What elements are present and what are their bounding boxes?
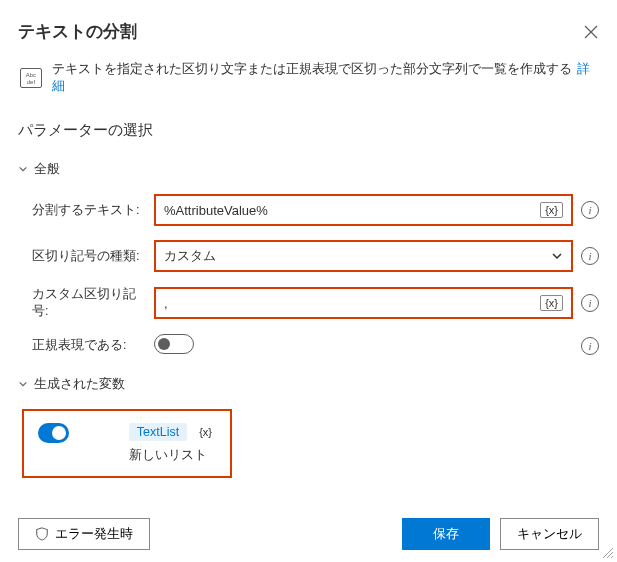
general-label: 全般: [34, 160, 60, 178]
info-text: テキストを指定された区切り文字または正規表現で区切った部分文字列で一覧を作成する…: [52, 61, 597, 95]
action-type-icon: Abc def: [20, 68, 42, 88]
delimiter-type-value: カスタム: [164, 247, 216, 265]
generated-variable-toggle[interactable]: [38, 423, 69, 443]
chevron-down-icon: [551, 250, 563, 262]
cancel-button[interactable]: キャンセル: [500, 518, 599, 550]
split-text-input[interactable]: %AttributeValue% {x}: [154, 194, 573, 226]
variable-type-icon: {x}: [195, 425, 216, 439]
chevron-down-icon: [18, 164, 28, 174]
info-icon[interactable]: i: [581, 201, 599, 219]
info-icon[interactable]: i: [581, 247, 599, 265]
resize-grip-icon[interactable]: [601, 546, 613, 558]
row-custom-delimiter: カスタム区切り記号: , {x} i: [18, 286, 599, 320]
dialog-title: テキストの分割: [18, 20, 137, 43]
generated-variable-box: TextList {x} 新しいリスト: [22, 409, 232, 478]
row-split-text: 分割するテキスト: %AttributeValue% {x} i: [18, 194, 599, 226]
svg-line-4: [611, 556, 613, 558]
delimiter-type-label: 区切り記号の種類:: [32, 248, 142, 265]
generated-variable-name[interactable]: TextList: [129, 423, 187, 441]
general-section-toggle[interactable]: 全般: [18, 160, 599, 178]
dialog-footer: エラー発生時 保存 キャンセル: [18, 518, 599, 550]
info-icon[interactable]: i: [581, 337, 599, 355]
custom-delimiter-label: カスタム区切り記号:: [32, 286, 142, 320]
info-bar: Abc def テキストを指定された区切り文字または正規表現で区切った部分文字列…: [18, 61, 599, 95]
row-is-regex: 正規表現である: i: [18, 334, 599, 357]
info-icon[interactable]: i: [581, 294, 599, 312]
is-regex-toggle[interactable]: [154, 334, 194, 354]
delimiter-type-select[interactable]: カスタム: [154, 240, 573, 272]
generated-section-toggle[interactable]: 生成された変数: [18, 375, 599, 393]
variable-picker-icon[interactable]: {x}: [540, 295, 563, 311]
is-regex-label: 正規表現である:: [32, 337, 142, 354]
generated-label: 生成された変数: [34, 375, 125, 393]
shield-icon: [35, 527, 49, 541]
close-icon[interactable]: [583, 24, 599, 40]
dialog-header: テキストの分割: [18, 20, 599, 43]
row-delimiter-type: 区切り記号の種類: カスタム i: [18, 240, 599, 272]
split-text-value: %AttributeValue%: [164, 203, 268, 218]
save-button[interactable]: 保存: [402, 518, 490, 550]
parameters-heading: パラメーターの選択: [18, 121, 599, 140]
custom-delimiter-value: ,: [164, 296, 168, 311]
chevron-down-icon: [18, 379, 28, 389]
variable-picker-icon[interactable]: {x}: [540, 202, 563, 218]
custom-delimiter-input[interactable]: , {x}: [154, 287, 573, 319]
dialog-root: テキストの分割 Abc def テキストを指定された区切り文字または正規表現で区…: [0, 0, 617, 538]
on-error-button[interactable]: エラー発生時: [18, 518, 150, 550]
split-text-label: 分割するテキスト:: [32, 202, 142, 219]
generated-variable-desc: 新しいリスト: [129, 447, 216, 464]
